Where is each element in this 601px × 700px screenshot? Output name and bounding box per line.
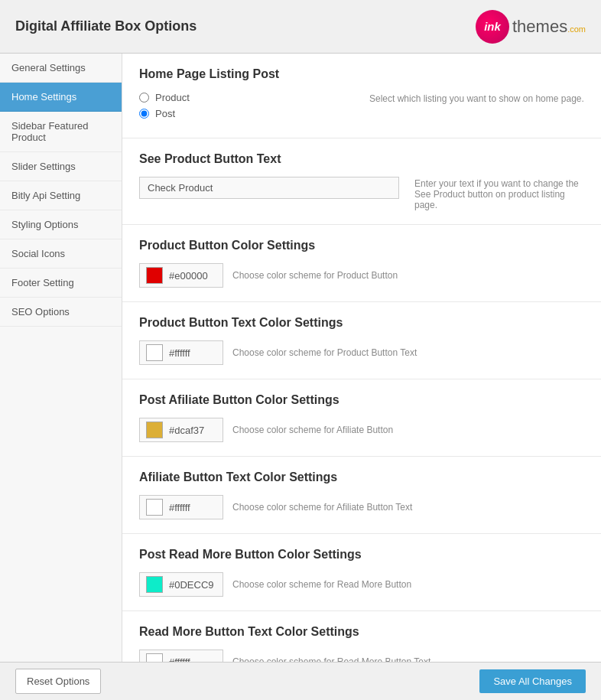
listing-hint: Select which listing you want to show on… — [354, 92, 584, 104]
sidebar-item-slider-settings[interactable]: Slider Settings — [0, 152, 122, 181]
color-value-product-btn: #e00000 — [169, 270, 208, 282]
color-swatch-container-affiliate-btn-text[interactable]: #ffffff — [139, 495, 223, 519]
radio-row-listing: Product Post Select which listing you wa… — [139, 92, 584, 124]
color-value-post-affiliate-btn: #dcaf37 — [169, 425, 204, 436]
section-product-button-color: Product Button Color Settings #e00000 Ch… — [122, 225, 601, 302]
section-title-post-read-more-btn-color: Post Read More Button Color Settings — [139, 548, 584, 562]
radio-option-product[interactable]: Product — [139, 92, 354, 103]
logo-suffix: .com — [567, 24, 586, 34]
save-changes-button[interactable]: Save All Changes — [479, 669, 586, 693]
page-title: Digital Affiliate Box Options — [15, 18, 197, 34]
color-value-post-read-more-btn: #0DECC9 — [169, 579, 214, 591]
section-title-see-product: See Product Button Text — [139, 152, 584, 166]
main-layout: General Settings Home Settings Sidebar F… — [0, 54, 601, 662]
color-row-post-affiliate-btn: #dcaf37 Choose color scheme for Afiliate… — [139, 418, 584, 442]
section-post-affiliate-button-color: Post Afiliate Button Color Settings #dca… — [122, 379, 601, 457]
sidebar-item-sidebar-featured-product[interactable]: Sidebar Featured Product — [0, 112, 122, 152]
radio-label-post: Post — [155, 108, 175, 119]
section-title-home-page-listing: Home Page Listing Post — [139, 67, 584, 81]
color-swatch-container-post-read-more-btn[interactable]: #0DECC9 — [139, 572, 223, 597]
section-home-page-listing-post: Home Page Listing Post Product Post Sele… — [122, 54, 601, 138]
color-hint-post-read-more-btn: Choose color scheme for Read More Button — [232, 579, 411, 590]
footer: Reset Options Save All Changes — [0, 662, 601, 700]
color-swatch-container-product-btn-text[interactable]: #ffffff — [139, 340, 223, 365]
color-swatch-post-affiliate-btn — [146, 422, 163, 438]
sidebar-item-seo-options[interactable]: SEO Options — [0, 298, 122, 327]
color-hint-read-more-btn-text: Choose color scheme for Read More Button… — [232, 656, 430, 662]
content-area: Home Page Listing Post Product Post Sele… — [122, 54, 601, 662]
color-swatch-affiliate-btn-text — [146, 499, 163, 516]
sidebar-item-home-settings[interactable]: Home Settings — [0, 83, 122, 112]
radio-post[interactable] — [139, 109, 149, 119]
input-row-see-product: Enter your text if you want to change th… — [139, 177, 584, 210]
section-title-product-btn-color: Product Button Color Settings — [139, 239, 584, 252]
sidebar-item-bitly-api-setting[interactable]: Bitly Api Setting — [0, 181, 122, 210]
radio-options-listing: Product Post — [139, 92, 354, 124]
radio-product[interactable] — [139, 93, 149, 103]
reset-options-button[interactable]: Reset Options — [15, 669, 101, 694]
sidebar-item-general-settings[interactable]: General Settings — [0, 54, 122, 83]
section-see-product-button-text: See Product Button Text Enter your text … — [122, 138, 601, 225]
logo-brand: themes.com — [512, 17, 586, 37]
color-row-post-read-more-btn: #0DECC9 Choose color scheme for Read Mor… — [139, 572, 584, 597]
color-swatch-product-btn — [146, 267, 163, 284]
see-product-text-input[interactable] — [139, 177, 399, 199]
sidebar-item-footer-setting[interactable]: Footer Setting — [0, 269, 122, 298]
color-value-affiliate-btn-text: #ffffff — [169, 502, 190, 513]
color-swatch-read-more-btn-text — [146, 653, 163, 662]
section-read-more-button-text-color: Read More Button Text Color Settings #ff… — [122, 611, 601, 662]
color-row-product-btn-text: #ffffff Choose color scheme for Product … — [139, 340, 584, 365]
color-hint-product-btn: Choose color scheme for Product Button — [232, 270, 398, 281]
sidebar-item-social-icons[interactable]: Social Icons — [0, 239, 122, 269]
section-affiliate-button-text-color: Afiliate Button Text Color Settings #fff… — [122, 457, 601, 534]
color-row-product-btn: #e00000 Choose color scheme for Product … — [139, 263, 584, 288]
color-swatch-container-post-affiliate-btn[interactable]: #dcaf37 — [139, 418, 223, 442]
sidebar: General Settings Home Settings Sidebar F… — [0, 54, 122, 662]
section-title-affiliate-btn-text-color: Afiliate Button Text Color Settings — [139, 470, 584, 484]
color-swatch-container-product-btn[interactable]: #e00000 — [139, 263, 223, 288]
section-product-button-text-color: Product Button Text Color Settings #ffff… — [122, 302, 601, 379]
color-swatch-container-read-more-btn-text[interactable]: #ffffff — [139, 650, 223, 662]
section-title-product-btn-text-color: Product Button Text Color Settings — [139, 316, 584, 330]
section-post-read-more-button-color: Post Read More Button Color Settings #0D… — [122, 534, 601, 611]
color-hint-affiliate-btn-text: Choose color scheme for Afiliate Button … — [232, 502, 412, 513]
header: Digital Affiliate Box Options ink themes… — [0, 0, 601, 54]
color-value-read-more-btn-text: #ffffff — [169, 656, 190, 663]
section-title-read-more-btn-text-color: Read More Button Text Color Settings — [139, 625, 584, 639]
logo-icon: ink — [476, 10, 509, 44]
radio-label-product: Product — [155, 92, 190, 103]
color-swatch-product-btn-text — [146, 344, 163, 361]
color-row-affiliate-btn-text: #ffffff Choose color scheme for Afiliate… — [139, 495, 584, 519]
section-title-post-affiliate-btn-color: Post Afiliate Button Color Settings — [139, 393, 584, 407]
color-hint-post-affiliate-btn: Choose color scheme for Afiliate Button — [232, 425, 393, 435]
logo: ink themes.com — [476, 10, 586, 44]
sidebar-item-styling-options[interactable]: Styling Options — [0, 210, 122, 239]
see-product-hint: Enter your text if you want to change th… — [399, 177, 584, 210]
color-value-product-btn-text: #ffffff — [169, 347, 190, 359]
color-hint-product-btn-text: Choose color scheme for Product Button T… — [232, 347, 417, 358]
color-swatch-post-read-more-btn — [146, 576, 163, 593]
color-row-read-more-btn-text: #ffffff Choose color scheme for Read Mor… — [139, 650, 584, 662]
radio-option-post[interactable]: Post — [139, 108, 354, 119]
